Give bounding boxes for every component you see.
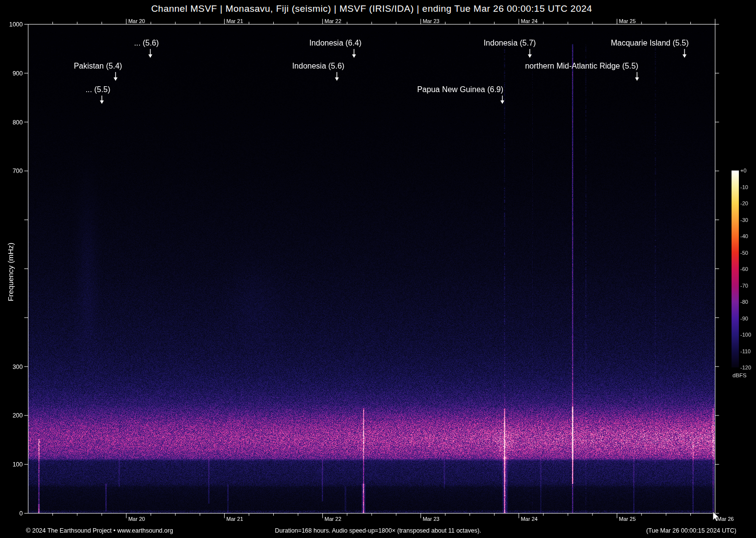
earthquake-annotation: Pakistan (5.4)	[74, 62, 122, 71]
earthquake-annotation: ... (5.5)	[86, 85, 111, 94]
colorbar-tick-label: -120	[740, 365, 751, 370]
colorbar-tick-label: +0	[740, 168, 747, 173]
colorbar-tick-label: -30	[740, 217, 748, 223]
y-axis-tick-label: 200	[13, 412, 23, 419]
colorbar-tick-label: -10	[740, 184, 748, 190]
bottom-axis-date-label: Mar 20	[128, 516, 145, 522]
colorbar-tick-label: -70	[740, 283, 748, 289]
colorbar-tick-label: -20	[740, 200, 748, 206]
earthquake-annotation: Indonesia (6.4)	[309, 39, 362, 48]
top-axis-date-label: Mar 23	[423, 18, 439, 24]
footer-timestamp: (Tue Mar 26 00:00:15 2024 UTC)	[646, 527, 736, 534]
earthquake-annotation: Indonesia (5.7)	[484, 39, 536, 48]
bottom-axis-date-label: Mar 23	[423, 516, 439, 522]
y-axis-tick-label: 700	[13, 168, 23, 174]
bottom-axis-date-label: Mar 26	[717, 516, 734, 522]
page-title: Channel MSVF | Monasavu, Fiji (seismic) …	[28, 3, 715, 14]
bottom-axis-date-label: Mar 24	[521, 516, 538, 522]
earthquake-annotation: ... (5.6)	[134, 39, 159, 48]
top-axis-date-label: Mar 20	[128, 18, 145, 24]
earthquake-annotation: Papua New Guinea (6.9)	[417, 85, 503, 94]
y-axis-label: Frequency (mHz)	[6, 243, 15, 301]
earthquake-annotation: northern Mid-Atlantic Ridge (5.5)	[525, 62, 638, 71]
earthquake-annotation: Indonesia (5.6)	[292, 62, 345, 71]
y-axis-tick-label: 300	[13, 364, 23, 370]
bottom-axis-date-label: Mar 25	[619, 516, 636, 522]
y-axis-tick-label: 0	[20, 510, 23, 517]
bottom-axis-date-label: Mar 22	[325, 516, 341, 522]
footer-duration: Duration=168 hours. Audio speed-up=1800×…	[0, 527, 756, 534]
y-axis-tick-label: 900	[13, 70, 23, 77]
y-axis-tick-label: 100	[13, 461, 23, 468]
colorbar-tick-label: -60	[740, 266, 748, 272]
colorbar-tick-label: -40	[740, 233, 748, 239]
colorbar-tick-label: -110	[740, 348, 751, 354]
spectrogram-canvas	[28, 24, 715, 513]
colorbar-tick-label: -80	[740, 299, 748, 305]
colorbar-tick-label: -50	[740, 250, 748, 256]
y-axis-tick-label: 1000	[9, 21, 23, 28]
y-axis-tick-label: 800	[13, 119, 23, 126]
colorbar-gradient	[732, 171, 739, 367]
spectrogram-screenshot: { "title": "Channel MSVF | Monasavu, Fij…	[0, 0, 756, 538]
colorbar-title: dBFS	[732, 372, 747, 378]
top-axis-date-label: Mar 21	[226, 18, 243, 24]
colorbar-tick-label: -90	[740, 316, 748, 321]
colorbar-tick-label: -100	[740, 332, 751, 338]
top-axis-date-label: Mar 22	[325, 18, 341, 24]
earthquake-annotation: Macquarie Island (5.5)	[611, 39, 688, 48]
top-axis-date-label: Mar 24	[521, 18, 538, 24]
bottom-axis-date-label: Mar 21	[226, 516, 243, 522]
top-axis-date-label: Mar 25	[619, 18, 636, 24]
